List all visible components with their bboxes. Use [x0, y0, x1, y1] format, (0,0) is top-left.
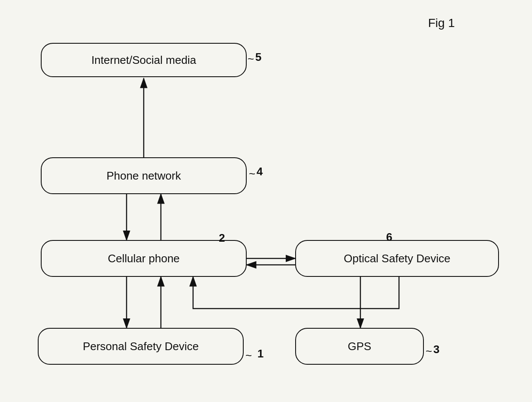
gps-box: GPS [295, 328, 424, 365]
phone-network-box: Phone network [41, 157, 247, 194]
tilde-1: ~ [245, 349, 252, 362]
tilde-4: ~ [249, 167, 255, 180]
personal-safety-label: Personal Safety Device [83, 340, 199, 353]
phone-network-label: Phone network [106, 169, 181, 183]
tilde-3: ~ [426, 345, 432, 358]
cellular-number: 2 [219, 231, 225, 245]
gps-number: 3 [433, 343, 439, 356]
optical-safety-label: Optical Safety Device [344, 252, 450, 265]
personal-safety-box: Personal Safety Device [38, 328, 244, 365]
optical-safety-box: Optical Safety Device [295, 240, 499, 277]
tilde-5: ~ [248, 52, 254, 66]
phone-network-number: 4 [257, 165, 263, 178]
internet-social-media-box: Internet/Social media [41, 43, 247, 77]
cellular-phone-label: Cellular phone [108, 252, 180, 265]
cellular-phone-box: Cellular phone [41, 240, 247, 277]
personal-number: 1 [257, 347, 263, 360]
optical-number: 6 [386, 231, 392, 244]
figure-title: Fig 1 [428, 16, 455, 30]
diagram-container: Fig 1 [0, 0, 532, 402]
internet-number: 5 [255, 51, 261, 64]
gps-label: GPS [348, 340, 372, 353]
internet-social-media-label: Internet/Social media [91, 54, 196, 67]
